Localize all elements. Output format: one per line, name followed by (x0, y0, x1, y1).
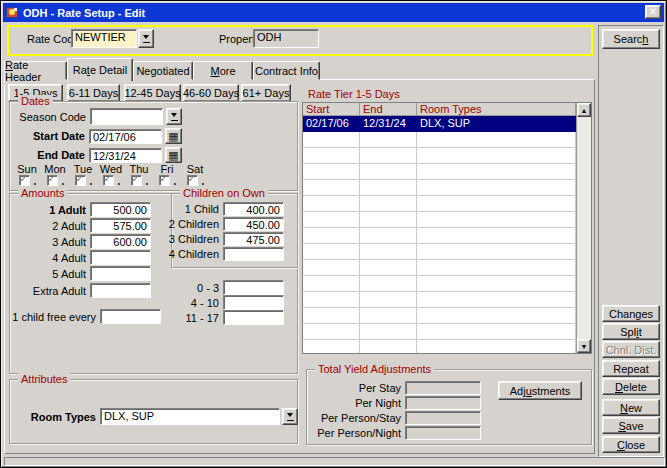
day-checkbox[interactable]: ✓ (131, 175, 142, 186)
end-date-calendar-button[interactable]: ▦ (165, 147, 182, 163)
tab-rate-header[interactable]: Rate Header (4, 61, 67, 80)
adult-5-label: 5 Adult (11, 268, 86, 280)
amounts-group-title: Amounts (18, 187, 67, 199)
table-row[interactable] (303, 324, 576, 340)
end-date-label: End Date (11, 149, 85, 161)
table-row[interactable] (303, 212, 576, 228)
table-cell (417, 308, 576, 323)
tab-negotiated[interactable]: Negotiated (133, 61, 193, 80)
day-checkbox[interactable]: ✓ (187, 175, 198, 186)
status-bar (4, 457, 665, 466)
total-yield-group-title: Total Yield Adjustments (315, 363, 434, 375)
day-range-button-6-11[interactable]: 6-11 Days (67, 84, 120, 102)
table-row[interactable] (303, 276, 576, 292)
table-scrollbar[interactable]: ▲ ▼ (576, 103, 591, 353)
extra-adult-input[interactable] (90, 283, 151, 298)
tab-rate-detail[interactable]: Rate Detail (67, 58, 133, 81)
close-window-button[interactable]: Close (602, 436, 660, 453)
season-code-input[interactable] (90, 108, 163, 125)
end-date-input[interactable]: 12/31/24 (89, 148, 162, 163)
table-row[interactable] (303, 340, 576, 354)
table-row[interactable] (303, 148, 576, 164)
app-icon (6, 6, 19, 19)
column-header-start[interactable]: Start (303, 103, 360, 116)
dropdown-icon (287, 413, 294, 421)
day-checkbox[interactable]: ✓ (47, 175, 58, 186)
table-row[interactable] (303, 260, 576, 276)
table-cell (417, 324, 576, 339)
day-checkbox[interactable]: ✓ (19, 175, 30, 186)
start-date-calendar-button[interactable]: ▦ (165, 128, 182, 144)
cell-room-types: DLX, SUP (417, 116, 576, 131)
adult-1-input[interactable]: 500.00 (90, 202, 151, 217)
rate-code-dropdown-button[interactable] (138, 29, 154, 48)
save-button[interactable]: Save (602, 417, 660, 434)
table-row[interactable] (303, 308, 576, 324)
day-range-button-46-60[interactable]: 46-60 Days (183, 84, 239, 102)
day-checkbox[interactable]: ✓ (75, 175, 86, 186)
close-button[interactable]: × (645, 5, 661, 19)
title-bar[interactable]: ODH - Rate Setup - Edit × (3, 3, 664, 22)
column-header-room-types[interactable]: Room Types (417, 103, 576, 116)
delete-button[interactable]: Delete (602, 378, 660, 395)
day-checkbox[interactable]: ✓ (103, 175, 114, 186)
adult-3-label: 3 Adult (11, 236, 86, 248)
table-row-selected[interactable]: 02/17/06 12/31/24 DLX, SUP (303, 116, 576, 132)
adult-2-input[interactable]: 575.00 (90, 218, 151, 233)
table-cell (360, 308, 417, 323)
table-row[interactable] (303, 228, 576, 244)
table-cell (303, 180, 360, 195)
scroll-down-button[interactable]: ▼ (577, 339, 591, 353)
season-code-dropdown-button[interactable] (166, 108, 182, 125)
child-2-input[interactable]: 450.00 (223, 217, 284, 231)
table-row[interactable] (303, 244, 576, 260)
child-free-input[interactable] (100, 309, 161, 324)
column-header-end[interactable]: End (360, 103, 417, 116)
child-1-input[interactable]: 400.00 (223, 202, 284, 216)
table-row[interactable] (303, 180, 576, 196)
tab-more[interactable]: More (193, 61, 253, 80)
tab-contract-info[interactable]: Contract Info (253, 61, 320, 80)
day-range-label: 46-60 Days (183, 87, 239, 99)
age-11-17-input[interactable] (223, 310, 284, 325)
table-cell (417, 212, 576, 227)
room-types-input[interactable]: DLX, SUP (100, 408, 280, 425)
new-button[interactable]: New (602, 399, 660, 416)
chnl-dist-button[interactable]: Chnl. Dist. (602, 341, 660, 358)
age-4-10-input[interactable] (223, 295, 284, 310)
table-cell (360, 276, 417, 291)
room-types-dropdown-button[interactable] (282, 408, 298, 425)
per-stay-field (405, 381, 481, 395)
adult-4-input[interactable] (90, 250, 151, 265)
table-cell (417, 260, 576, 275)
adult-3-input[interactable]: 600.00 (90, 234, 151, 249)
table-cell (303, 308, 360, 323)
scroll-down-icon: ▼ (581, 343, 588, 350)
rate-code-input[interactable]: NEWTIER (71, 29, 137, 48)
adult-1-label: 1 Adult (11, 204, 86, 216)
day-range-button-12-45[interactable]: 12-45 Days (124, 84, 181, 102)
age-4-10-label: 4 - 10 (161, 297, 219, 309)
changes-button[interactable]: Changes (602, 305, 660, 322)
day-checkbox[interactable]: ✓ (159, 175, 170, 186)
child-3-input[interactable]: 475.00 (223, 232, 284, 246)
table-row[interactable] (303, 164, 576, 180)
scroll-up-button[interactable]: ▲ (577, 103, 591, 117)
calendar-icon: ▦ (168, 131, 178, 141)
chnl-dist-button-label: Chnl. Dist. (606, 344, 657, 356)
child-4-input[interactable] (223, 247, 284, 261)
split-button[interactable]: Split (602, 323, 660, 340)
table-row[interactable] (303, 292, 576, 308)
day-range-button-61plus[interactable]: 61+ Days (241, 84, 291, 102)
table-row[interactable] (303, 196, 576, 212)
day-range-label: 12-45 Days (124, 87, 180, 99)
table-row[interactable] (303, 132, 576, 148)
adjustments-button[interactable]: Adjustments (498, 381, 582, 400)
adult-5-input[interactable] (90, 266, 151, 281)
search-button[interactable]: Search (602, 29, 660, 49)
attributes-group-title: Attributes (18, 373, 70, 385)
age-0-3-input[interactable] (223, 280, 284, 295)
start-date-input[interactable]: 02/17/06 (89, 129, 162, 144)
repeat-button[interactable]: Repeat (602, 360, 660, 377)
table-cell (303, 324, 360, 339)
